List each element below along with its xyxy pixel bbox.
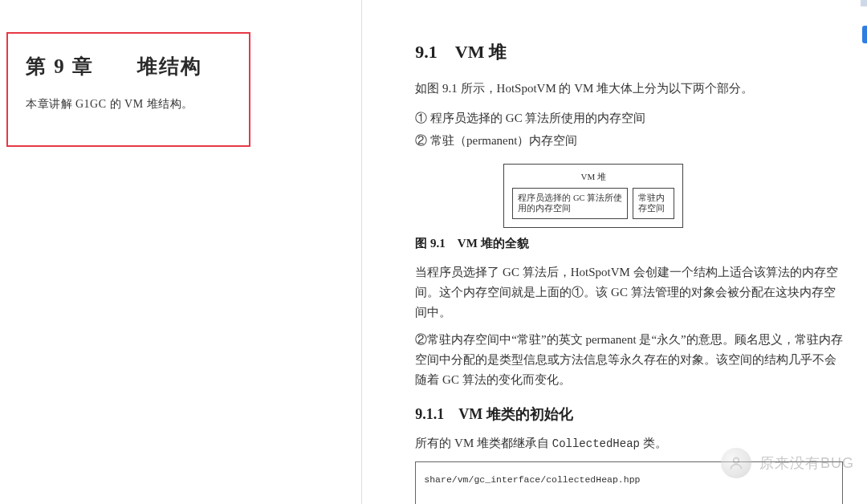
figure-cell-gc-space: 程序员选择的 GC 算法所使用的内存空间 — [512, 188, 628, 219]
chapter-intro: 本章讲解 G1GC 的 VM 堆结构。 — [26, 97, 231, 112]
figure-inner-title: VM 堆 — [512, 171, 674, 183]
paragraph-2: 当程序员选择了 GC 算法后，HotSpotVM 会创建一个结构上适合该算法的内… — [415, 262, 843, 322]
paragraph-1: 如图 9.1 所示，HotSpotVM 的 VM 堆大体上分为以下两个部分。 — [415, 79, 843, 99]
chapter-prefix: 第 — [26, 55, 54, 77]
section-heading: 9.1 VM 堆 — [415, 40, 843, 64]
watermark-avatar-icon — [721, 448, 751, 478]
chapter-spacer — [94, 55, 137, 77]
figure-caption-prefix: 图 — [415, 237, 430, 250]
subsection-number: 9.1.1 — [415, 406, 444, 422]
figure-box: VM 堆 程序员选择的 GC 算法所使用的内存空间 常驻内存空间 — [503, 164, 683, 228]
figure-cell-permanent: 常驻内存空间 — [633, 188, 674, 219]
list-item-2: ② 常驻（permanent）内存空间 — [415, 129, 843, 152]
p4-pre: 所有的 VM 堆类都继承自 — [415, 437, 552, 449]
figure-caption-spacer — [446, 237, 458, 250]
chapter-number: 9 — [54, 55, 66, 77]
watermark: 原来没有BUG — [721, 448, 854, 478]
page-divider — [361, 0, 362, 504]
chapter-highlight-box: 第 9 章 堆结构 本章讲解 G1GC 的 VM 堆结构。 — [6, 32, 250, 147]
chapter-title: 第 9 章 堆结构 — [26, 53, 231, 79]
page-left: 第 9 章 堆结构 本章讲解 G1GC 的 VM 堆结构。 — [0, 0, 358, 504]
chapter-suffix: 章 — [66, 55, 94, 77]
paragraph-3: ②常驻内存空间中“常驻”的英文 permanent 是“永久”的意思。顾名思义，… — [415, 330, 843, 389]
subsection-title: VM 堆类的初始化 — [458, 406, 573, 422]
page-right: 9.1 VM 堆 如图 9.1 所示，HotSpotVM 的 VM 堆大体上分为… — [365, 0, 867, 504]
code-path: share/vm/gc_interface/collectedHeap.hpp — [424, 474, 640, 485]
p4-code: CollectedHeap — [552, 437, 640, 450]
list-item-1: ① 程序员选择的 GC 算法所使用的内存空间 — [415, 107, 843, 130]
section-title: VM 堆 — [455, 42, 507, 62]
subsection-spacer — [444, 406, 458, 422]
book-spread: 第 9 章 堆结构 本章讲解 G1GC 的 VM 堆结构。 9.1 VM 堆 如… — [0, 0, 867, 504]
figure-inner-row: 程序员选择的 GC 算法所使用的内存空间 常驻内存空间 — [512, 188, 674, 219]
chapter-name: 堆结构 — [137, 55, 202, 77]
svg-point-0 — [734, 457, 739, 463]
figure-caption-text: VM 堆的全貌 — [458, 237, 529, 250]
section-number: 9.1 — [415, 42, 438, 62]
figure-caption: 图 9.1 VM 堆的全貌 — [415, 236, 843, 251]
watermark-text: 原来没有BUG — [759, 453, 854, 473]
p4-post: 类。 — [640, 437, 667, 449]
figure-9-1: VM 堆 程序员选择的 GC 算法所使用的内存空间 常驻内存空间 — [503, 164, 843, 228]
subsection-heading: 9.1.1 VM 堆类的初始化 — [415, 404, 843, 424]
figure-caption-number: 9.1 — [430, 237, 446, 250]
section-spacer — [438, 42, 455, 62]
